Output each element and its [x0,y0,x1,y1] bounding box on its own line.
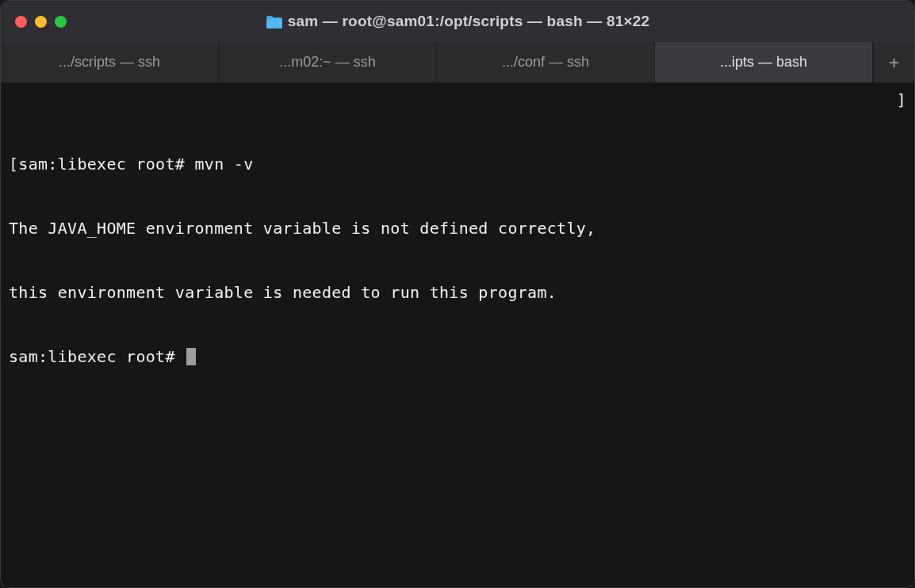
titlebar: sam — root@sam01:/opt/scripts — bash — 8… [1,1,914,42]
window-title: sam — root@sam01:/opt/scripts — bash — 8… [288,13,650,30]
tab-label: .../scripts — ssh [59,54,160,71]
title-wrap: sam — root@sam01:/opt/scripts — bash — 8… [1,13,914,30]
cursor-icon [186,348,196,365]
plus-icon: + [889,52,899,72]
right-bracket: ] [897,90,906,111]
folder-icon [266,15,281,28]
svg-rect-0 [266,19,282,29]
traffic-lights [15,16,67,28]
tab-label: ...ipts — bash [720,54,807,71]
terminal-line: this environment variable is needed to r… [9,282,906,304]
terminal-text: sam:libexec root# [9,347,185,366]
terminal-body[interactable]: ] [sam:libexec root# mvn -v The JAVA_HOM… [1,83,914,587]
terminal-line: The JAVA_HOME environment variable is no… [9,218,906,239]
new-tab-button[interactable]: + [873,42,914,82]
terminal-text: sam:libexec root# mvn -v [18,155,253,174]
close-icon[interactable] [15,16,27,28]
left-bracket: [ [9,155,18,174]
terminal-line: [sam:libexec root# mvn -v [9,154,906,175]
tab-m02-ssh[interactable]: ...m02:~ — ssh [219,42,437,82]
tab-ipts-bash[interactable]: ...ipts — bash [655,42,873,82]
tab-scripts-ssh[interactable]: .../scripts — ssh [1,42,219,82]
tab-label: ...m02:~ — ssh [279,54,376,71]
tabbar: .../scripts — ssh ...m02:~ — ssh .../con… [1,42,914,83]
tab-conf-ssh[interactable]: .../conf — ssh [437,42,655,82]
tab-label: .../conf — ssh [502,54,589,71]
terminal-line: sam:libexec root# [9,346,906,368]
minimize-icon[interactable] [35,16,47,28]
terminal-window: sam — root@sam01:/opt/scripts — bash — 8… [0,0,915,588]
zoom-icon[interactable] [55,16,67,28]
